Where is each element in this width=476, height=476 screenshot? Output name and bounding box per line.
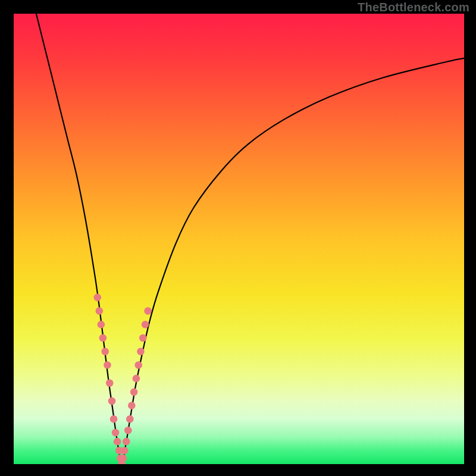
highlight-dot xyxy=(94,294,102,302)
highlight-dot xyxy=(121,447,129,455)
highlight-dot xyxy=(128,402,136,409)
highlight-dot xyxy=(120,455,127,462)
bottleneck-curve xyxy=(14,14,464,464)
highlight-dot xyxy=(126,415,134,423)
highlight-dot xyxy=(108,397,116,405)
highlight-dot xyxy=(134,361,142,369)
highlight-dot xyxy=(101,347,109,355)
watermark-text: TheBottleneck.com xyxy=(358,1,469,13)
highlight-dot xyxy=(130,389,138,396)
highlight-dot xyxy=(144,307,152,315)
highlight-dot xyxy=(112,429,120,437)
highlight-dot xyxy=(104,361,111,369)
highlight-dot xyxy=(139,334,147,342)
highlight-dot xyxy=(124,427,132,434)
plot-area xyxy=(14,14,464,464)
highlight-dot xyxy=(114,438,121,446)
highlight-dot xyxy=(142,321,149,328)
highlight-dot xyxy=(123,438,130,446)
highlight-dot xyxy=(96,307,104,315)
chart-frame: TheBottleneck.com xyxy=(0,0,476,476)
highlight-dot xyxy=(98,321,105,328)
highlight-dot xyxy=(99,334,107,342)
highlight-dot xyxy=(110,415,118,423)
highlight-dot xyxy=(106,379,114,387)
highlight-dot xyxy=(133,375,140,383)
highlight-dot xyxy=(137,347,145,355)
